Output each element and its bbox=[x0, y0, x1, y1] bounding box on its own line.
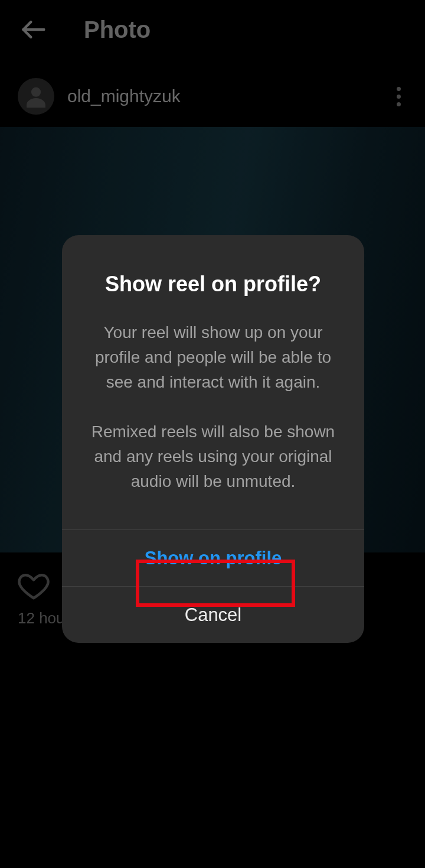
dialog-text-p1: Your reel will show up on your profile a… bbox=[88, 320, 338, 395]
show-on-profile-label: Show on profile bbox=[145, 548, 282, 569]
cancel-button[interactable]: Cancel bbox=[62, 586, 364, 643]
dialog-title: Show reel on profile? bbox=[88, 272, 338, 297]
show-on-profile-button[interactable]: Show on profile bbox=[62, 529, 364, 586]
dialog-body: Show reel on profile? Your reel will sho… bbox=[62, 235, 364, 529]
dialog-text: Your reel will show up on your profile a… bbox=[88, 320, 338, 494]
cancel-label: Cancel bbox=[185, 604, 242, 626]
dialog-text-p2: Remixed reels will also be shown and any… bbox=[88, 420, 338, 494]
confirm-dialog: Show reel on profile? Your reel will sho… bbox=[62, 235, 364, 643]
